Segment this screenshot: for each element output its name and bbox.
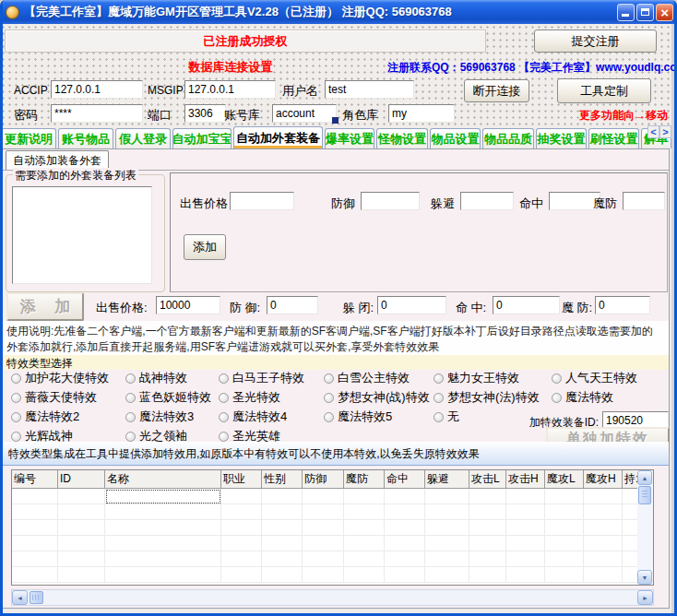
grid-cell[interactable] <box>425 536 469 551</box>
grid-cell[interactable] <box>425 489 469 504</box>
grid-cell[interactable] <box>584 520 623 536</box>
grid-cell[interactable] <box>12 567 58 583</box>
tab-account-items[interactable]: 账号物品 <box>58 128 113 148</box>
grid-cell[interactable] <box>221 536 262 551</box>
radio-effect-15[interactable]: 魔法特效5 <box>324 409 392 425</box>
vscroll-thumb[interactable] <box>638 486 651 504</box>
minimize-button[interactable] <box>617 4 635 21</box>
tab-item-quality[interactable]: 物品品质 <box>482 128 534 148</box>
scroll-up-icon[interactable]: ▲ <box>637 470 652 485</box>
hscroll-thumb[interactable] <box>30 591 43 604</box>
tab-fake-login[interactable]: 假人登录 <box>115 128 171 148</box>
grid-cell[interactable] <box>344 520 385 536</box>
grid-cell[interactable] <box>344 504 385 520</box>
grid-cell[interactable] <box>385 520 425 536</box>
column-header[interactable]: 躲避 <box>425 470 469 489</box>
grid-cell[interactable] <box>545 567 584 583</box>
grid-cell[interactable] <box>303 520 344 536</box>
grid-cell[interactable] <box>221 520 262 536</box>
quick-defense-input[interactable] <box>267 296 318 314</box>
grid-cell[interactable] <box>221 504 262 520</box>
grid-cell[interactable] <box>385 489 425 504</box>
grid-cell[interactable] <box>262 504 303 520</box>
quick-price-input[interactable] <box>156 296 220 314</box>
grid-cell[interactable] <box>58 536 105 551</box>
column-header[interactable]: 攻击L <box>469 470 506 489</box>
tab-drop-rate[interactable]: 爆率设置 <box>325 128 374 148</box>
radio-effect-10[interactable]: 梦想女神(法)特效 <box>434 389 540 406</box>
quick-mdef-input[interactable] <box>595 296 650 314</box>
grid-cell[interactable] <box>545 551 584 567</box>
table-row[interactable] <box>12 551 639 567</box>
accip-input[interactable] <box>51 80 143 99</box>
grid-cell[interactable] <box>262 551 303 567</box>
tab-lottery[interactable]: 抽奖设置 <box>536 128 587 148</box>
radio-effect-7[interactable]: 蓝色妖姬特效 <box>125 389 211 406</box>
grid-cell[interactable] <box>385 567 425 583</box>
subtab-auto-add-outfit[interactable]: 自动添加装备外套 <box>6 150 109 170</box>
tab-auto-outfit[interactable]: 自动加外套装备 <box>233 126 323 148</box>
quick-hit-input[interactable] <box>493 296 560 314</box>
table-vertical-scrollbar[interactable]: ▲ ▼ <box>637 470 653 585</box>
grid-cell[interactable] <box>344 489 385 504</box>
radio-effect-2[interactable]: 白马王子特效 <box>219 370 304 386</box>
tab-item-settings[interactable]: 物品设置 <box>430 128 481 148</box>
username-input[interactable] <box>325 80 414 99</box>
table-row[interactable] <box>12 520 639 536</box>
grid-cell[interactable] <box>344 551 385 567</box>
radio-effect-0[interactable]: 加护花大使特效 <box>11 370 109 386</box>
grid-cell[interactable] <box>262 536 303 551</box>
grid-cell[interactable] <box>545 536 584 551</box>
column-header[interactable]: 性别 <box>262 470 303 489</box>
scroll-right-icon[interactable]: ► <box>637 590 653 605</box>
quick-dodge-input[interactable] <box>377 296 446 314</box>
grid-cell[interactable] <box>12 551 58 567</box>
scroll-down-icon[interactable]: ▼ <box>637 570 652 585</box>
grid-cell[interactable] <box>105 551 221 567</box>
grid-cell[interactable] <box>506 520 545 536</box>
tab-scroll-left-icon[interactable]: < <box>647 125 659 138</box>
grid-cell[interactable] <box>545 520 584 536</box>
radio-effect-4[interactable]: 魅力女王特效 <box>434 370 519 386</box>
grid-cell[interactable] <box>105 489 221 504</box>
grid-cell[interactable] <box>385 536 425 551</box>
grid-cell[interactable] <box>469 551 506 567</box>
grid-cell[interactable] <box>58 489 105 504</box>
tab-auto-pet[interactable]: 自动加宝宝 <box>172 128 232 148</box>
radio-effect-11[interactable]: 魔法特效 <box>552 389 613 406</box>
grid-cell[interactable] <box>469 504 506 520</box>
grid-cell[interactable] <box>584 567 623 583</box>
grid-cell[interactable] <box>344 567 385 583</box>
grid-cell[interactable] <box>303 489 344 504</box>
column-header[interactable]: 名称 <box>105 470 221 489</box>
grid-cell[interactable] <box>506 567 545 583</box>
grid-cell[interactable] <box>303 551 344 567</box>
radio-effect-3[interactable]: 白雪公主特效 <box>324 370 410 386</box>
grid-cell[interactable] <box>262 567 303 583</box>
grid-cell[interactable] <box>105 536 221 551</box>
radio-effect-8[interactable]: 圣光特效 <box>219 389 280 406</box>
column-header[interactable]: 攻击H <box>506 470 545 489</box>
column-header[interactable]: 魔防 <box>344 470 385 489</box>
equip-listbox[interactable] <box>12 186 152 284</box>
grid-cell[interactable] <box>303 536 344 551</box>
radio-effect-12[interactable]: 魔法特效2 <box>11 409 79 425</box>
tool-custom-button[interactable]: 工具定制 <box>557 78 651 103</box>
grid-cell[interactable] <box>12 489 58 504</box>
panel-mdef-input[interactable] <box>623 192 665 210</box>
tab-update-notes[interactable]: 更新说明 <box>1 128 56 148</box>
column-header[interactable]: ID <box>58 470 105 489</box>
tab-scroll-right-icon[interactable]: > <box>659 125 671 138</box>
grid-cell[interactable] <box>425 567 469 583</box>
grid-cell[interactable] <box>425 551 469 567</box>
grid-cell[interactable] <box>469 520 506 536</box>
port-input[interactable] <box>184 104 226 123</box>
submit-register-button[interactable]: 提交注册 <box>534 30 657 53</box>
grid-cell[interactable] <box>506 504 545 520</box>
radio-effect-9[interactable]: 梦想女神(战)特效 <box>324 389 430 406</box>
account-db-input[interactable] <box>272 104 337 123</box>
grid-cell[interactable] <box>58 504 105 520</box>
column-header[interactable]: 防御 <box>303 470 344 489</box>
grid-cell[interactable] <box>545 489 584 504</box>
panel-defense-input[interactable] <box>361 192 420 210</box>
